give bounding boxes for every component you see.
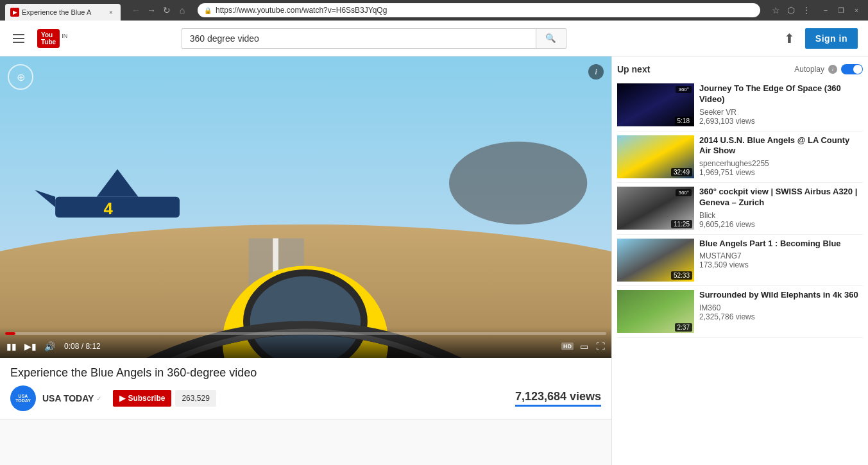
controls-row: ▮▮ ▶▮ 🔊 0:08 / 8:12 HD ▭ ⛶ [5, 340, 606, 353]
up-next-header: Up next Autoplay i [617, 62, 863, 80]
video-controls: ▮▮ ▶▮ 🔊 0:08 / 8:12 HD ▭ ⛶ [0, 327, 611, 358]
browser-tab-active[interactable]: ▶ Experience the Blue A × [5, 4, 121, 21]
volume-button[interactable]: 🔊 [43, 340, 56, 353]
video-card-3[interactable]: 52:33 Blue Angels Part 1 : Becoming Blue… [617, 235, 863, 287]
card-channel-4: IM360 [699, 303, 863, 312]
hd-badge: HD [561, 342, 574, 350]
up-next-label: Up next [617, 64, 650, 74]
video-title: Experience the Blue Angels in 360-degree… [10, 366, 601, 380]
time-display: 0:08 / 8:12 [64, 342, 101, 351]
tab-close-button[interactable]: × [106, 8, 115, 17]
svg-point-8 [449, 142, 587, 224]
badge-360: 360° [676, 86, 692, 93]
compass-icon: ⊕ [17, 71, 25, 83]
view-underline [515, 405, 601, 407]
youtube-country-code: IN [62, 33, 67, 39]
card-duration-0: 5:18 [675, 117, 692, 125]
forward-button[interactable]: → [145, 4, 158, 17]
search-icon: 🔍 [545, 33, 556, 43]
video-player[interactable]: 4 ⊕ [0, 56, 611, 358]
search-input[interactable] [182, 28, 536, 49]
browser-chrome: ▶ Experience the Blue A × ← → ↻ ⌂ 🔒 http… [0, 0, 868, 21]
header-right-actions: ⬆ Sign in [784, 28, 858, 49]
autoplay-label: Autoplay [794, 65, 824, 74]
autoplay-section: Autoplay i [794, 64, 863, 74]
refresh-button[interactable]: ↻ [160, 4, 173, 17]
video-card-0[interactable]: 360° 5:18 Journey To The Edge Of Space (… [617, 80, 863, 131]
360-icon: 360° [678, 87, 689, 92]
main-content: 4 ⊕ [0, 56, 868, 465]
video-card-2[interactable]: 360° 11:25 360° cockpit view | SWISS Air… [617, 183, 863, 235]
card-views-3: 173,509 views [699, 260, 863, 269]
sign-in-button[interactable]: Sign in [805, 28, 858, 49]
autoplay-info-icon[interactable]: i [828, 65, 837, 74]
url-text: https://www.youtube.com/watch?v=H6SsB3JY… [216, 6, 387, 15]
card-info-1: 2014 U.S.N. Blue Angels @ LA County Air … [699, 135, 863, 179]
card-views-0: 2,693,103 views [699, 117, 863, 126]
video-card-1[interactable]: 32:49 2014 U.S.N. Blue Angels @ LA Count… [617, 131, 863, 183]
video-scene: 4 [0, 56, 611, 358]
lock-icon: 🔒 [204, 7, 212, 14]
window-controls: − ❐ × [819, 4, 863, 17]
card-info-3: Blue Angels Part 1 : Becoming Blue MUSTA… [699, 239, 863, 282]
youtube-header: YouTube IN 🔍 ⬆ Sign in [0, 21, 868, 56]
card-info-4: Surrounded by Wild Elephants in 4k 360 I… [699, 290, 863, 334]
card-info-0: Journey To The Edge Of Space (360 Video)… [699, 83, 863, 127]
search-button[interactable]: 🔍 [536, 28, 566, 49]
avatar-text: USATODAY [15, 394, 31, 403]
minimize-button[interactable]: − [819, 4, 832, 17]
menu-icon[interactable]: ⋮ [800, 4, 813, 17]
next-button[interactable]: ▶▮ [23, 340, 38, 353]
hamburger-menu[interactable] [10, 31, 27, 46]
progress-bar[interactable] [5, 332, 606, 335]
card-channel-0: Seeker VR [699, 108, 863, 117]
card-duration-1: 32:49 [671, 168, 692, 176]
fullscreen-button[interactable]: ⛶ [595, 340, 606, 353]
card-duration-2: 11:25 [671, 220, 692, 228]
svg-text:4: 4 [104, 199, 114, 217]
play-pause-button[interactable]: ▮▮ [5, 340, 18, 353]
cast-icon[interactable]: ⬡ [785, 4, 797, 17]
360-icon: 360° [678, 190, 689, 196]
video-info-button[interactable]: i [588, 64, 604, 80]
theater-mode-button[interactable]: ▭ [579, 340, 590, 353]
badge-360: 360° [676, 189, 692, 196]
autoplay-toggle[interactable] [841, 64, 863, 74]
close-window-button[interactable]: × [850, 4, 863, 17]
video-frame-svg: 4 [0, 56, 611, 358]
browser-navigation: ← → ↻ ⌂ [130, 4, 189, 17]
channel-info: USATODAY USA TODAY ✓ ▶ Subscribe 263 [10, 385, 216, 411]
progress-fill [5, 332, 15, 335]
card-info-2: 360° cockpit view | SWISS Airbus A320 | … [699, 187, 863, 230]
sidebar: Up next Autoplay i [611, 56, 868, 465]
info-icon: i [595, 67, 597, 77]
bookmark-icon[interactable]: ☆ [769, 4, 782, 17]
subscribe-label: Subscribe [128, 394, 165, 403]
youtube-logo[interactable]: YouTube IN [37, 29, 67, 48]
hamburger-line [13, 34, 24, 35]
card-thumbnail-0: 360° 5:18 [617, 83, 694, 127]
card-channel-3: MUSTANG7 [699, 251, 863, 260]
subscribe-button[interactable]: ▶ Subscribe [113, 390, 171, 407]
browser-action-buttons: ☆ ⬡ ⋮ [769, 4, 813, 17]
video-section: 4 ⊕ [0, 56, 611, 465]
search-form[interactable]: 🔍 [182, 28, 566, 49]
compass-overlay[interactable]: ⊕ [8, 64, 33, 90]
back-button[interactable]: ← [130, 4, 142, 17]
tab-title: Experience the Blue A [22, 8, 91, 16]
address-bar[interactable]: 🔒 https://www.youtube.com/watch?v=H6SsB3… [198, 3, 760, 17]
maximize-button[interactable]: ❐ [835, 4, 847, 17]
channel-avatar: USATODAY [10, 385, 36, 411]
card-views-4: 2,325,786 views [699, 312, 863, 321]
card-views-2: 9,605,216 views [699, 220, 863, 229]
upload-button[interactable]: ⬆ [784, 31, 795, 46]
subscribe-icon: ▶ [119, 394, 125, 403]
card-title-2: 360° cockpit view | SWISS Airbus A320 | … [699, 187, 863, 208]
video-meta: USATODAY USA TODAY ✓ ▶ Subscribe 263 [10, 385, 601, 411]
video-card-4[interactable]: 2:37 Surrounded by Wild Elephants in 4k … [617, 286, 863, 338]
card-title-3: Blue Angels Part 1 : Becoming Blue [699, 239, 863, 249]
hamburger-line [13, 38, 24, 39]
home-button[interactable]: ⌂ [176, 4, 189, 17]
verified-icon: ✓ [96, 395, 101, 402]
card-duration-4: 2:37 [675, 323, 692, 332]
